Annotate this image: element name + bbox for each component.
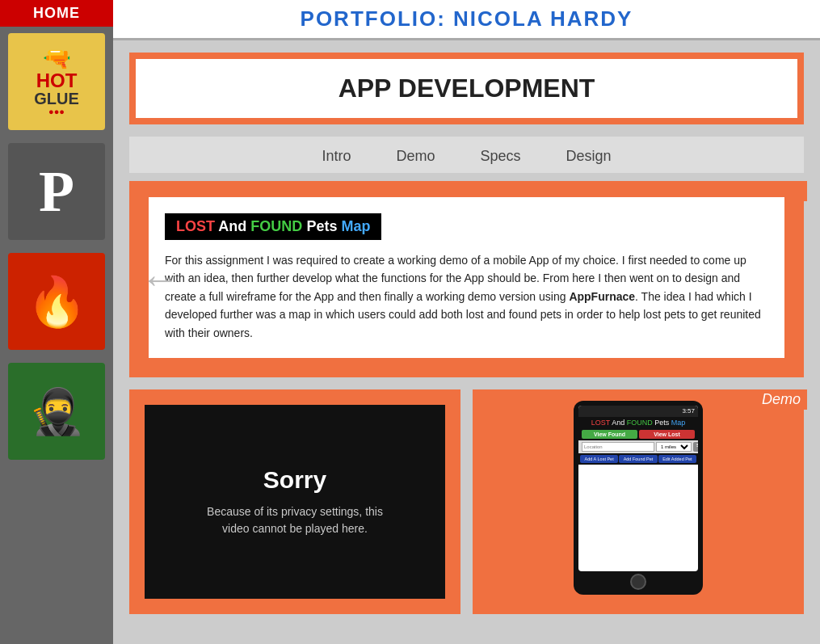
badge-pets: Pets [306,218,337,234]
phone-mockup: 3:57 LOST And FOUND Pets Map [574,401,703,595]
demo-row: Sorry Because of its privacy settings, t… [129,389,804,614]
demo-video-inner: Sorry Because of its privacy settings, t… [132,393,457,611]
section-title: APP DEVELOPMENT [136,59,797,118]
phone-home-button[interactable] [630,574,646,590]
page-title: PORTFOLIO: NICOLA HARDY [113,6,820,32]
demo-phone-section: Demo 3:57 LOST And FOUND [473,389,804,614]
video-msg-line1: Because of its privacy settings, this [207,505,383,518]
phone-add-found-btn[interactable]: Add Found Pet [619,455,657,463]
header: PORTFOLIO: NICOLA HARDY [113,0,820,40]
tab-demo[interactable]: Demo [389,146,441,166]
video-msg-line2: video cannot be played here. [222,522,368,535]
tab-specs[interactable]: Specs [473,146,527,166]
app-dev-section: APP DEVELOPMENT [129,53,804,124]
phone-btn-lost[interactable]: View Lost [639,430,695,439]
phone-title-and: And [612,419,627,427]
intro-paragraph: For this assignment I was required to cr… [165,251,768,342]
badge-found: FOUND [250,218,302,234]
tabs-row: Intro Demo Specs Design [129,137,804,173]
app-title-badge: LOST And FOUND Pets Map [165,213,381,240]
phone-search-btn[interactable]: Search [693,442,698,452]
badge-and-text: And [218,218,246,234]
phone-title-map: Map [671,419,686,427]
tab-intro[interactable]: Intro [315,146,357,166]
video-sorry-text: Sorry [263,466,326,494]
sidebar-item-ninja[interactable]: 🥷 [8,363,105,460]
phone-screen: 3:57 LOST And FOUND Pets Map [578,406,698,571]
video-message: Because of its privacy settings, this vi… [207,503,383,537]
sidebar-item-p-media[interactable]: P [8,143,105,240]
phone-location-input[interactable] [582,442,654,452]
phone-status-bar: 3:57 [578,406,698,417]
intro-section: Intro ← LOST And FOUND Pets M [129,181,804,377]
main-content: PORTFOLIO: NICOLA HARDY APP DEVELOPMENT … [113,0,820,644]
content-area: APP DEVELOPMENT Intro Demo Specs Design … [113,40,820,644]
phone-view-buttons: View Found View Lost [578,428,698,440]
tab-design[interactable]: Design [560,146,618,166]
demo-video-section: Sorry Because of its privacy settings, t… [129,389,460,614]
phone-title-bar: LOST And FOUND Pets Map [578,417,698,428]
badge-map: Map [341,218,370,234]
phone-miles-select[interactable]: 1 miles 5 miles [656,442,692,452]
phone-container: 3:57 LOST And FOUND Pets Map [476,393,801,603]
phone-status-time: 3:57 [682,407,695,415]
phone-title-pets: Pets [654,419,671,427]
sidebar-item-fire[interactable]: 🔥 [8,253,105,350]
phone-edit-btn[interactable]: Edit Added Pet [658,455,696,463]
video-embed: Sorry Because of its privacy settings, t… [145,405,445,599]
appfurnace-link[interactable]: AppFurnace [569,290,635,303]
phone-title-found: FOUND [627,419,653,427]
intro-content: LOST And FOUND Pets Map For this assignm… [149,197,784,358]
badge-lost: LOST [176,218,215,234]
sidebar: HOME 🔫 HOT GLUE ●●● P 🔥 🥷 [0,0,113,644]
phone-bottom-row: Add A Lost Pet Add Found Pet Edit Added … [578,453,698,465]
home-button[interactable]: HOME [0,0,113,27]
phone-btn-found[interactable]: View Found [582,430,637,439]
demo-label: Demo [755,389,807,410]
phone-search-row: 1 miles 5 miles Search [578,440,698,453]
sidebar-item-hotglue[interactable]: 🔫 HOT GLUE ●●● [8,33,105,130]
phone-add-lost-btn[interactable]: Add A Lost Pet [580,455,618,463]
phone-title-lost: LOST [591,419,610,427]
